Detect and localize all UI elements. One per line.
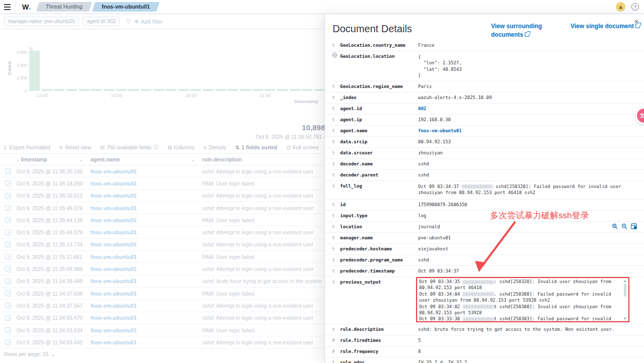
- toolbar-reset-view[interactable]: ↻Reset view: [59, 144, 92, 150]
- field-row-rule-description[interactable]: trule.descriptionsshd: brute force tryin…: [325, 324, 644, 335]
- filter-for-value-icon[interactable]: [612, 223, 618, 229]
- inspect-document-icon[interactable]: [5, 230, 11, 235]
- chart-bar[interactable]: [42, 89, 52, 91]
- close-icon[interactable]: ×: [632, 17, 641, 26]
- field-row-previous-output[interactable]: tprevious_outputOct 09 03:34:35 : sshd[2…: [325, 277, 644, 324]
- scrollbar-thumb[interactable]: [624, 284, 626, 297]
- view-surrounding-documents-link[interactable]: View surrounding documents: [491, 22, 551, 39]
- toolbar-1-fields-sorted[interactable]: ⇅1 fields sorted: [235, 144, 278, 150]
- funnel-icon[interactable]: ▽: [126, 18, 130, 25]
- column-header-agent-name[interactable]: agent.name ⌄: [91, 156, 202, 162]
- chart-bar[interactable]: [141, 89, 151, 91]
- breadcrumb-threat-hunting[interactable]: Threat Hunting: [36, 2, 92, 12]
- scroll-up-icon[interactable]: ▲: [623, 279, 627, 283]
- chart-bar[interactable]: [54, 89, 64, 91]
- inspect-document-icon[interactable]: [5, 303, 11, 308]
- field-row-agent-ip[interactable]: tagent.ip192.168.0.30: [325, 115, 644, 126]
- cell-agent-name-link[interactable]: fnos-vm-ubuntu01: [91, 168, 202, 174]
- avatar[interactable]: a: [616, 2, 625, 12]
- inspect-document-icon[interactable]: [5, 180, 11, 186]
- field-row--index[interactable]: t_indexwazuh-alerts-4.x-2025.10.09: [325, 93, 644, 104]
- cell-agent-name-link[interactable]: fnos-vm-ubuntu01: [91, 254, 202, 260]
- chart-bar[interactable]: [227, 89, 238, 91]
- field-row-data-srcip[interactable]: tdata.srcip80.94.92.153: [325, 137, 644, 148]
- cell-agent-name-link[interactable]: fnos-vm-ubuntu01: [91, 278, 202, 284]
- field-row-predecoder-program-name[interactable]: tpredecoder.program_namesshd: [325, 255, 644, 266]
- toggle-column-icon[interactable]: [631, 223, 637, 229]
- cell-agent-name-link[interactable]: fnos-vm-ubuntu01: [91, 327, 202, 333]
- field-row-rule-firedtimes[interactable]: #rule.firedtimes5: [325, 335, 644, 346]
- field-row-decoder-name[interactable]: tdecoder.namesshd: [325, 159, 644, 170]
- inspect-document-icon[interactable]: [5, 205, 11, 211]
- cell-agent-name-link[interactable]: fnos-vm-ubuntu01: [91, 303, 202, 309]
- field-value-link[interactable]: fnos-vm-ubuntu01: [418, 126, 637, 136]
- field-row-decoder-parent[interactable]: tdecoder.parentsshd: [325, 170, 644, 181]
- chart-bar[interactable]: [116, 89, 127, 91]
- chart-bar[interactable]: [240, 89, 251, 91]
- toolbar-full-screen[interactable]: ⊡Full screen: [286, 144, 318, 150]
- scrollbar[interactable]: ▲▼: [622, 279, 627, 320]
- inspect-document-icon[interactable]: [5, 279, 11, 284]
- filter-pill-agent[interactable]: agent.id: 002: [83, 17, 120, 26]
- chevron-down-icon[interactable]: ⌄: [191, 156, 195, 162]
- wazuh-logo[interactable]: W.: [15, 3, 38, 11]
- chart-bar[interactable]: [178, 89, 189, 91]
- field-row-input-type[interactable]: tinput.typelog: [325, 211, 644, 222]
- inspect-document-icon[interactable]: [5, 193, 11, 199]
- filter-out-value-icon[interactable]: [621, 223, 627, 229]
- chart-bar[interactable]: [91, 89, 102, 91]
- scroll-down-icon[interactable]: ▼: [623, 317, 627, 320]
- menu-icon[interactable]: [0, 0, 15, 14]
- cell-agent-name-link[interactable]: fnos-vm-ubuntu01: [91, 180, 202, 187]
- events-histogram[interactable]: Count 01,0002,0003,00012:0015:0018:0021:…: [0, 29, 325, 112]
- inspect-document-icon[interactable]: [5, 327, 11, 333]
- column-header-timestamp[interactable]: ↓ timestamp ⌄: [15, 156, 91, 162]
- inspect-document-icon[interactable]: [5, 242, 11, 247]
- chart-bar[interactable]: [29, 51, 40, 91]
- field-row-location[interactable]: tlocationjournald: [325, 222, 644, 233]
- field-row-rule-gdpr[interactable]: trule.gdprIV_35.7.d, IV_32.2: [325, 357, 644, 363]
- chart-bar[interactable]: [302, 89, 312, 91]
- toolbar-density[interactable]: ≡Density: [204, 144, 226, 150]
- field-value-link[interactable]: 002: [418, 104, 637, 114]
- rows-per-page-select[interactable]: Rows per page: 15⌄: [4, 351, 55, 357]
- inspect-document-icon[interactable]: [5, 315, 11, 321]
- field-row-predecoder-hostname[interactable]: tpredecoder.hostnamexiejavahost: [325, 244, 644, 255]
- cell-agent-name-link[interactable]: fnos-vm-ubuntu01: [91, 193, 202, 199]
- cell-agent-name-link[interactable]: fnos-vm-ubuntu01: [91, 217, 202, 223]
- cell-agent-name-link[interactable]: fnos-vm-ubuntu01: [91, 229, 202, 235]
- field-row-predecoder-timestamp[interactable]: tpredecoder.timestampOct 09 03:34:37: [325, 266, 644, 277]
- chevron-down-icon[interactable]: ⌄: [79, 156, 84, 162]
- inspect-document-icon[interactable]: [5, 254, 11, 259]
- cell-agent-name-link[interactable]: fnos-vm-ubuntu01: [91, 291, 202, 297]
- chart-bar[interactable]: [66, 89, 77, 91]
- chart-bar[interactable]: [104, 89, 114, 91]
- chart-bar[interactable]: [79, 89, 90, 91]
- toolbar-export-formatted[interactable]: ↧Export Formatted: [3, 144, 50, 150]
- chart-bar[interactable]: [277, 89, 288, 91]
- chart-bar[interactable]: [253, 89, 263, 91]
- chart-bar[interactable]: [190, 89, 201, 91]
- chart-bar[interactable]: [203, 89, 213, 91]
- inspect-document-icon[interactable]: [5, 291, 11, 296]
- breadcrumb-agent[interactable]: fnos-vm-ubuntu01: [92, 2, 159, 12]
- field-row-agent-name[interactable]: tagent.namefnos-vm-ubuntu01: [325, 126, 644, 137]
- inspect-document-icon[interactable]: [5, 168, 11, 174]
- cell-agent-name-link[interactable]: fnos-vm-ubuntu01: [91, 241, 202, 247]
- inspect-document-icon[interactable]: [5, 266, 11, 272]
- field-row-data-srcuser[interactable]: tdata.srcuserzhouziyan: [325, 148, 644, 159]
- cell-agent-name-link[interactable]: fnos-vm-ubuntu01: [91, 339, 202, 345]
- field-row-manager-name[interactable]: tmanager.namepve-ubuntu01: [325, 233, 644, 244]
- cell-agent-name-link[interactable]: fnos-vm-ubuntu01: [91, 205, 202, 211]
- chart-bar[interactable]: [290, 89, 300, 91]
- field-row-full-log[interactable]: tfull_logOct 09 03:34:37 sshd[250320]: F…: [325, 181, 644, 200]
- chart-bar[interactable]: [128, 89, 139, 91]
- chart-bar[interactable]: [153, 89, 164, 91]
- toolbar-750-available-fields[interactable]: ⊟750 available fieldsⓘ: [100, 144, 158, 151]
- field-row-rule-frequency[interactable]: #rule.frequency8: [325, 346, 644, 357]
- chart-bar[interactable]: [314, 89, 325, 91]
- column-header-rule-description[interactable]: rule.description: [202, 156, 325, 162]
- chart-bar[interactable]: [265, 89, 275, 91]
- toolbar-columns[interactable]: ⊞Columns: [168, 144, 195, 150]
- filter-pill-manager[interactable]: manager.name: pve-ubuntu01: [4, 17, 79, 26]
